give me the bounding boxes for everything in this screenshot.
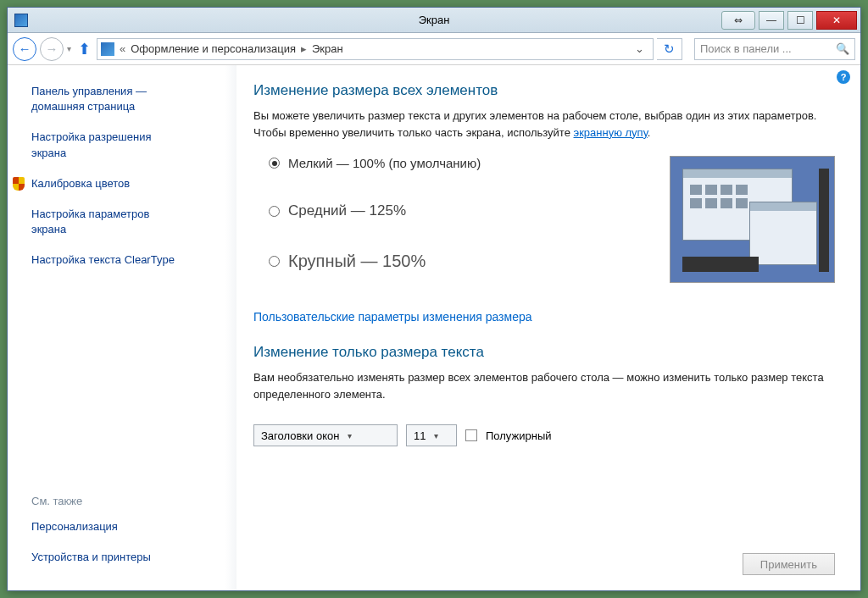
radio-medium[interactable]: Средний — 125% (269, 202, 653, 219)
sidebar-link-params[interactable]: Настройка параметров экрана (31, 207, 221, 237)
maximize-button[interactable]: ☐ (787, 11, 813, 30)
control-panel-window: Экран ⇔ — ☐ ✕ ← → ▾ ⬆ « Оформление и пер… (7, 7, 861, 591)
sidebar-link-cleartype[interactable]: Настройка текста ClearType (31, 252, 221, 268)
titlebar: Экран ⇔ — ☐ ✕ (8, 8, 860, 33)
sidebar-link-devices[interactable]: Устройства и принтеры (31, 550, 221, 565)
size-radio-group: Мелкий — 100% (по умолчанию) Средний — 1… (253, 156, 653, 303)
bold-label: Полужирный (486, 429, 552, 442)
history-dropdown[interactable]: ▾ (67, 44, 71, 53)
content-area: ? Панель управления — домашняя страница … (8, 65, 860, 590)
help-icon[interactable]: ? (837, 70, 850, 84)
search-icon: 🔍 (836, 42, 849, 55)
minimize-button[interactable]: — (759, 11, 784, 30)
radio-icon (269, 158, 280, 169)
sidebar-link-personalize[interactable]: Персонализация (31, 519, 221, 534)
font-size-combo[interactable]: 11 ▾ (406, 424, 457, 446)
breadcrumb-icon (101, 42, 114, 56)
description-text-only: Вам необязательно изменять размер всех э… (253, 369, 835, 402)
text-size-controls: Заголовки окон ▾ 11 ▾ Полужирный (253, 424, 835, 446)
refresh-button[interactable]: ↻ (657, 38, 682, 60)
close-button[interactable]: ✕ (816, 11, 857, 30)
see-also-label: См. также (31, 495, 221, 507)
radio-icon (269, 206, 280, 217)
search-input[interactable]: Поиск в панели ... 🔍 (694, 38, 855, 60)
apply-button[interactable]: Применить (743, 553, 835, 575)
radio-icon (269, 256, 280, 267)
navbar: ← → ▾ ⬆ « Оформление и персонализация ▸ … (8, 33, 860, 65)
heading-text-only: Изменение только размера текста (253, 344, 835, 361)
window-controls: ⇔ — ☐ ✕ (721, 11, 857, 30)
sidebar-home-link[interactable]: Панель управления — домашняя страница (31, 84, 221, 114)
forward-button[interactable]: → (40, 37, 64, 61)
resize-pill[interactable]: ⇔ (721, 11, 755, 30)
description-resize-all: Вы можете увеличить размер текста и друг… (253, 108, 835, 141)
magnifier-link[interactable]: экранную лупу (574, 126, 648, 139)
chevron-icon: « (120, 42, 125, 55)
chevron-down-icon: ▾ (434, 431, 438, 440)
sidebar-link-resolution[interactable]: Настройка разрешения экрана (31, 130, 221, 160)
breadcrumb-item[interactable]: Экран (312, 42, 343, 55)
chevron-icon: ▸ (301, 42, 307, 55)
breadcrumb[interactable]: « Оформление и персонализация ▸ Экран ⌄ (97, 38, 654, 60)
radio-large[interactable]: Крупный — 150% (269, 252, 653, 271)
search-placeholder: Поиск в панели ... (700, 42, 792, 55)
preview-image (670, 156, 835, 283)
heading-resize-all: Изменение размера всех элементов (253, 82, 835, 99)
sidebar: Панель управления — домашняя страница На… (8, 65, 236, 590)
breadcrumb-dropdown[interactable]: ⌄ (630, 42, 649, 55)
shield-icon (13, 177, 25, 191)
main-panel: Изменение размера всех элементов Вы може… (236, 65, 860, 590)
back-button[interactable]: ← (13, 37, 36, 61)
chevron-down-icon: ▾ (348, 431, 352, 440)
bold-checkbox[interactable] (465, 429, 477, 441)
breadcrumb-item[interactable]: Оформление и персонализация (131, 42, 296, 55)
element-combo[interactable]: Заголовки окон ▾ (253, 424, 398, 446)
custom-sizing-link[interactable]: Пользовательские параметры изменения раз… (253, 310, 532, 324)
app-icon (14, 14, 28, 27)
radio-small[interactable]: Мелкий — 100% (по умолчанию) (269, 156, 653, 170)
sidebar-link-calibrate[interactable]: Калибровка цветов (31, 176, 130, 191)
up-button[interactable]: ⬆ (75, 40, 93, 58)
